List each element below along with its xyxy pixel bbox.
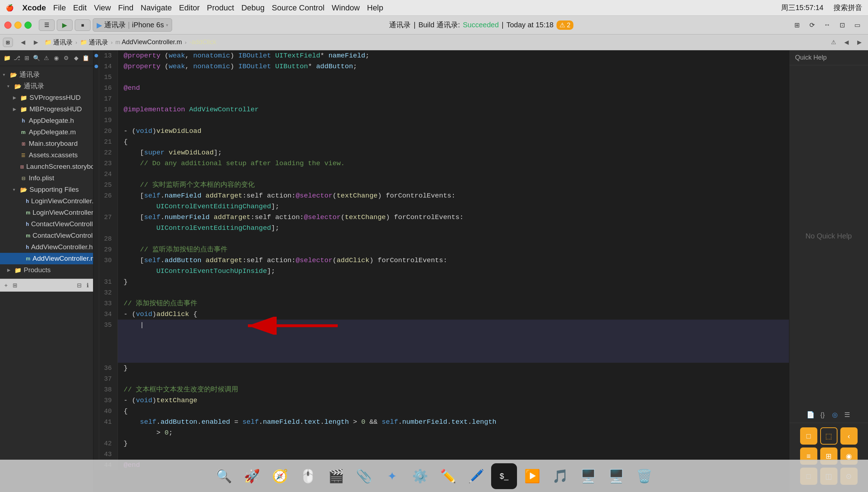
breakpoint-dot-22[interactable] — [93, 147, 99, 158]
nav-forward-btn[interactable]: ▶ — [30, 37, 42, 47]
editor-layout-btn[interactable]: ⊞ — [790, 19, 803, 31]
breakpoint-dot-37[interactable] — [93, 373, 99, 384]
sidebar-item-mbprogress[interactable]: ▶ 📁 MBProgressHUD — [0, 103, 93, 115]
breakpoint-dot-16[interactable] — [93, 83, 99, 93]
breakpoint-dot-42[interactable] — [93, 438, 99, 449]
dock-player[interactable]: ▶️ — [519, 463, 545, 489]
library-btn-1[interactable]: □ — [800, 427, 817, 445]
breadcrumb-file[interactable]: m AddViewController.m — [114, 38, 183, 47]
menu-find[interactable]: Find — [118, 3, 134, 13]
sidebar-item-supporting-files[interactable]: ▾ 📂 Supporting Files — [0, 184, 93, 195]
nav-next-issue[interactable]: ▶ — [854, 37, 865, 47]
sidebar-item-info-plist[interactable]: ▶ ⊟ Info.plist — [0, 172, 93, 184]
breakpoint-dot-14[interactable] — [93, 61, 99, 72]
breakpoint-dot-26b[interactable] — [93, 201, 99, 212]
source-control-btn[interactable]: ⎇ — [13, 53, 21, 63]
library-btn-3[interactable]: ‹ — [840, 427, 858, 445]
breakpoint-dot-17[interactable] — [93, 93, 99, 104]
breakpoint-dot-32[interactable] — [93, 287, 99, 298]
dock-pencil[interactable]: 🖊️ — [463, 463, 489, 489]
breakpoint-dot-30b[interactable] — [93, 266, 99, 277]
dock-trash[interactable]: 🗑️ — [631, 463, 657, 489]
stop-button[interactable]: ■ — [75, 19, 91, 31]
sidebar-item-root-group[interactable]: ▾ 📂 通讯录 — [0, 69, 93, 80]
breadcrumb-root[interactable]: 📁 通讯录 — [43, 37, 74, 47]
sidebar-item-loginvc-h[interactable]: ▶ h LoginViewController.h — [0, 195, 93, 207]
dock-monitor1[interactable]: 🖥️ — [575, 463, 601, 489]
dock-terminal[interactable]: $_ — [491, 463, 517, 489]
filter-btn[interactable]: ⊞ — [11, 281, 19, 289]
file-inspector-tab[interactable]: 📄 — [805, 410, 816, 420]
breakpoint-dot-39[interactable] — [93, 395, 99, 406]
warning-nav-btn[interactable]: ⚠ — [828, 37, 839, 47]
split-editor-btn[interactable]: ⊡ — [836, 19, 849, 31]
sidebar-item-assets[interactable]: ▶ ☰ Assets.xcassets — [0, 149, 93, 161]
library-btn-2[interactable]: ⬚ — [820, 427, 837, 445]
add-file-btn[interactable]: + — [3, 282, 9, 289]
breakpoint-dot-28[interactable] — [93, 233, 99, 244]
breakpoint-dot-36[interactable] — [93, 363, 99, 373]
dock-sysprefs[interactable]: ⚙️ — [407, 463, 433, 489]
menu-editor[interactable]: Editor — [179, 3, 199, 13]
find-navigator-btn[interactable]: 🔍 — [32, 53, 41, 63]
minimize-button[interactable] — [14, 22, 22, 29]
identity-inspector-tab[interactable]: ◎ — [830, 410, 840, 420]
code-editor[interactable]: 13 @property (weak, nonatomic) IBOutlet … — [93, 50, 789, 492]
sidebar-item-contactvc-m[interactable]: ▶ m ContactViewController.m — [0, 230, 93, 241]
menu-window[interactable]: Window — [332, 3, 360, 13]
log-navigator-btn[interactable]: 📋 — [82, 53, 90, 63]
run-button[interactable]: ▶ — [57, 19, 73, 31]
menu-source-control[interactable]: Source Control — [272, 3, 325, 13]
file-navigator-btn[interactable]: 📁 — [3, 53, 11, 63]
menu-edit[interactable]: Edit — [73, 3, 87, 13]
sidebar-item-launch-storyboard[interactable]: ▶ ⊞ LaunchScreen.storyboard — [0, 161, 93, 172]
breadcrumb-method[interactable]: -addClick — [188, 38, 218, 47]
breakpoint-dot-23[interactable] — [93, 158, 99, 169]
symbol-navigator-btn[interactable]: ⊞ — [23, 53, 31, 63]
dock-sketch[interactable]: ✏️ — [435, 463, 461, 489]
breakpoint-dot-35[interactable] — [93, 320, 99, 363]
breakpoint-dot-29[interactable] — [93, 244, 99, 255]
dock-quicktime[interactable]: 🎬 — [323, 463, 349, 489]
breakpoint-dot-31[interactable] — [93, 277, 99, 287]
menu-product[interactable]: Product — [207, 3, 234, 13]
jump-btn[interactable]: ↔ — [821, 19, 834, 31]
menu-debug[interactable]: Debug — [241, 3, 265, 13]
dock-music[interactable]: 🎵 — [547, 463, 573, 489]
dock-mouse[interactable]: 🖱️ — [295, 463, 321, 489]
file-inspector-btn[interactable]: ⊞ — [3, 38, 13, 47]
breakpoint-dot-24[interactable] — [93, 169, 99, 180]
sidebar-item-appdelegate-m[interactable]: ▶ m AppDelegate.m — [0, 126, 93, 138]
quick-help-tab[interactable]: {} — [817, 410, 828, 420]
breakpoint-dot-43[interactable] — [93, 449, 99, 460]
breakpoint-dot-33[interactable] — [93, 298, 99, 309]
dock-launchpad[interactable]: 🚀 — [239, 463, 265, 489]
maximize-button[interactable] — [24, 22, 32, 29]
sidebar-item-main-storyboard[interactable]: ▶ ⊞ Main.storyboard — [0, 138, 93, 149]
menu-view[interactable]: View — [94, 3, 111, 13]
breakpoint-dot-18[interactable] — [93, 104, 99, 115]
nav-back-btn[interactable]: ◀ — [17, 37, 29, 47]
breakpoint-dot-27b[interactable] — [93, 223, 99, 233]
scheme-selector[interactable]: ▶ 通讯录 | iPhone 6s ▾ — [93, 18, 172, 32]
menu-file[interactable]: File — [53, 3, 66, 13]
warning-badge[interactable]: ⚠ 2 — [557, 20, 573, 30]
sidebar-item-addvc-m[interactable]: ▶ m AddViewController.m — [0, 253, 93, 264]
sidebar-item-loginvc-m[interactable]: ▶ m LoginViewController.m — [0, 207, 93, 218]
back-forward-btn[interactable]: ⟳ — [805, 19, 818, 31]
breakpoint-dot-26a[interactable] — [93, 190, 99, 201]
dock-safari[interactable]: 🧭 — [267, 463, 293, 489]
test-navigator-btn[interactable]: ◉ — [52, 53, 60, 63]
sidebar-item-appdelegate-h[interactable]: ▶ h AppDelegate.h — [0, 115, 93, 126]
menu-help[interactable]: Help — [367, 3, 383, 13]
apple-menu-icon[interactable]: 🍎 — [6, 4, 14, 12]
layout-btn[interactable]: ⊟ — [75, 281, 83, 289]
nav-prev-issue[interactable]: ◀ — [841, 37, 852, 47]
debug-navigator-btn[interactable]: ⚙ — [62, 53, 70, 63]
breadcrumb-group[interactable]: 📁 通讯录 — [79, 37, 110, 47]
breakpoint-dot-19[interactable] — [93, 115, 99, 126]
breakpoint-dot-27a[interactable] — [93, 212, 99, 223]
sidebar-item-contactvc-h[interactable]: ▶ h ContactViewController.h — [0, 218, 93, 230]
breakpoint-dot-25[interactable] — [93, 180, 99, 190]
menu-xcode[interactable]: Xcode — [22, 3, 46, 13]
